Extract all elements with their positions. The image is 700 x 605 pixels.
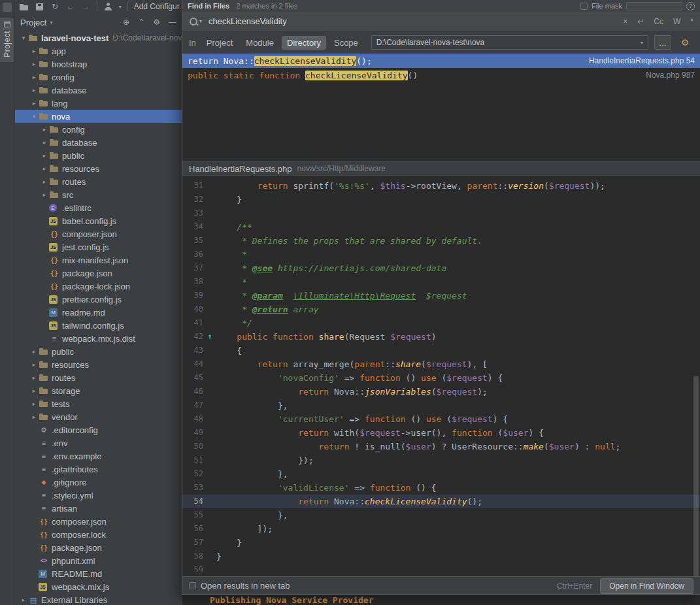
tree-item--editorconfig[interactable]: ⚙.editorconfig bbox=[15, 423, 182, 436]
tree-item-app[interactable]: ▸app bbox=[15, 44, 182, 57]
tree-item-storage[interactable]: ▸storage bbox=[15, 384, 182, 397]
scope-tab-directory[interactable]: Directory bbox=[282, 36, 326, 50]
chevron-icon[interactable]: ▸ bbox=[40, 178, 49, 185]
override-method-icon[interactable]: ↑ bbox=[203, 330, 216, 344]
file-mask-checkbox[interactable] bbox=[580, 3, 588, 10]
tree-item-package-json[interactable]: {}package.json bbox=[15, 267, 182, 280]
search-input[interactable]: checkLicenseValidity bbox=[208, 16, 623, 26]
scope-tab-module[interactable]: Module bbox=[241, 36, 279, 50]
hide-panel-icon[interactable]: — bbox=[169, 18, 176, 27]
back-icon[interactable]: ← bbox=[65, 1, 75, 12]
code-line[interactable]: 52 }, bbox=[182, 467, 700, 481]
tree-item-mix-manifest-json[interactable]: {}mix-manifest.json bbox=[15, 253, 182, 267]
chevron-icon[interactable]: ▸ bbox=[40, 139, 49, 146]
code-line[interactable]: 35 * Defines the props that are shared b… bbox=[182, 234, 700, 248]
window-menu-icon[interactable] bbox=[3, 3, 12, 12]
chevron-icon[interactable]: ▸ bbox=[29, 61, 39, 67]
code-line[interactable]: 58} bbox=[182, 549, 700, 563]
user-profile-icon[interactable] bbox=[103, 1, 113, 12]
tree-item-readme-md[interactable]: Mreadme.md bbox=[15, 306, 182, 319]
code-line[interactable]: 49 return with($request->user(), functio… bbox=[182, 426, 700, 440]
tree-item--env[interactable]: ≡.env bbox=[15, 436, 182, 450]
tree-item-src[interactable]: ▸src bbox=[15, 188, 182, 201]
tree-item--gitattributes[interactable]: ≡.gitattributes bbox=[15, 463, 182, 476]
tree-item-external-libraries[interactable]: ▸▤External Libraries bbox=[15, 593, 182, 605]
chevron-icon[interactable]: ▸ bbox=[29, 348, 39, 355]
project-tool-window-tab[interactable]: Project bbox=[0, 18, 14, 62]
tree-item-database[interactable]: ▸database bbox=[15, 84, 182, 97]
tree-item--eslintrc[interactable]: E.eslintrc bbox=[15, 201, 182, 214]
tree-item-babel-config-js[interactable]: JSbabel.config.js bbox=[15, 214, 182, 227]
code-line[interactable]: 31 return sprintf('%s:%s', $this->rootVi… bbox=[182, 179, 700, 193]
tree-item-composer-lock[interactable]: {}composer.lock bbox=[15, 528, 182, 541]
editor-code[interactable]: 31 return sprintf('%s:%s', $this->rootVi… bbox=[182, 176, 700, 576]
chevron-icon[interactable]: ▸ bbox=[40, 191, 49, 198]
code-line[interactable]: 33 bbox=[182, 206, 700, 220]
chevron-icon[interactable]: ▸ bbox=[29, 387, 39, 394]
chevron-icon[interactable]: ▸ bbox=[29, 401, 39, 407]
code-line[interactable]: 37 * @see https://inertiajs.com/shared-d… bbox=[182, 261, 700, 275]
tree-item-public[interactable]: ▸public bbox=[15, 149, 182, 162]
code-line[interactable]: 43 { bbox=[182, 344, 700, 357]
tree-item-resources[interactable]: ▸resources bbox=[15, 358, 182, 371]
tree-item-package-lock-json[interactable]: {}package-lock.json bbox=[15, 280, 182, 293]
code-line[interactable]: 46 return Nova::jsonVariables($request); bbox=[182, 385, 700, 399]
file-mask-combo[interactable] bbox=[626, 2, 682, 10]
regex-toggle[interactable]: * bbox=[690, 17, 693, 26]
chevron-icon[interactable]: ▸ bbox=[40, 126, 49, 133]
search-history-caret-icon[interactable]: ▾ bbox=[199, 18, 202, 24]
code-line[interactable]: 47 }, bbox=[182, 399, 700, 412]
chevron-icon[interactable]: ▸ bbox=[29, 374, 39, 381]
code-line[interactable]: 54 return Nova::checkLicenseValidity(); bbox=[182, 495, 700, 508]
open-folder-icon[interactable] bbox=[19, 1, 29, 12]
tree-item-phpunit-xml[interactable]: <>phpunit.xml bbox=[15, 554, 182, 567]
whole-words-toggle[interactable]: W bbox=[673, 17, 680, 26]
locate-file-icon[interactable]: ⊕ bbox=[123, 18, 129, 27]
forward-icon[interactable]: → bbox=[81, 1, 91, 12]
tree-item-webpack-mix-js[interactable]: JSwebpack.mix.js bbox=[15, 580, 182, 593]
scope-tab-scope[interactable]: Scope bbox=[329, 36, 363, 50]
code-line[interactable]: 50 return ! is_null($user) ? UserResourc… bbox=[182, 440, 700, 453]
code-line[interactable]: 45 'novaConfig' => function () use ($req… bbox=[182, 371, 700, 385]
tree-item-routes[interactable]: ▸routes bbox=[15, 371, 182, 384]
chevron-icon[interactable]: ▸ bbox=[29, 361, 39, 368]
clear-search-icon[interactable]: × bbox=[623, 17, 627, 26]
tree-item-package-json[interactable]: {}package.json bbox=[15, 541, 182, 554]
tree-item-jest-config-js[interactable]: JSjest.config.js bbox=[15, 240, 182, 253]
chevron-icon[interactable]: ▸ bbox=[29, 48, 39, 54]
tree-item-nova[interactable]: ▾nova bbox=[15, 110, 182, 123]
chevron-icon[interactable]: ▾ bbox=[29, 113, 39, 120]
tree-item-public[interactable]: ▸public bbox=[15, 345, 182, 358]
tree-item-webpack-mix-js-dist[interactable]: ≡webpack.mix.js.dist bbox=[15, 332, 182, 345]
tree-item-laravel-nova-test[interactable]: ▾laravel-nova-testD:\Code\laravel-nova bbox=[15, 31, 182, 44]
code-line[interactable]: 36 * bbox=[182, 248, 700, 261]
help-icon[interactable]: ? bbox=[686, 2, 695, 10]
save-all-icon[interactable] bbox=[35, 1, 44, 12]
chevron-icon[interactable]: ▸ bbox=[40, 152, 49, 159]
tree-item-database[interactable]: ▸database bbox=[15, 136, 182, 149]
collapse-all-icon[interactable]: ⌃ bbox=[138, 18, 144, 27]
browse-directory-button[interactable]: ... bbox=[654, 35, 671, 50]
chevron-icon[interactable]: ▸ bbox=[40, 165, 49, 172]
tree-item-artisan[interactable]: ≡artisan bbox=[15, 502, 182, 515]
directory-settings-icon[interactable]: ⚙ bbox=[676, 35, 693, 50]
chevron-icon[interactable]: ▸ bbox=[29, 74, 39, 80]
tree-item-composer-json[interactable]: {}composer.json bbox=[15, 227, 182, 240]
code-line[interactable]: 59 bbox=[182, 563, 700, 576]
code-line[interactable]: 55 }, bbox=[182, 508, 700, 522]
tree-item-config[interactable]: ▸config bbox=[15, 123, 182, 136]
chevron-icon[interactable]: ▾ bbox=[19, 35, 28, 41]
tree-item-routes[interactable]: ▸routes bbox=[15, 175, 182, 188]
settings-gear-icon[interactable]: ⚙ bbox=[153, 18, 160, 27]
chevron-icon[interactable]: ▸ bbox=[29, 100, 39, 106]
code-line[interactable]: 32 } bbox=[182, 193, 700, 206]
tree-item-resources[interactable]: ▸resources bbox=[15, 162, 182, 175]
code-line[interactable]: 40 * @return array bbox=[182, 302, 700, 316]
code-line[interactable]: 42↑ public function share(Request $reque… bbox=[182, 330, 700, 344]
code-line[interactable]: 57 } bbox=[182, 536, 700, 549]
tree-item--styleci-yml[interactable]: ≡.styleci.yml bbox=[15, 489, 182, 502]
tree-item-tests[interactable]: ▸tests bbox=[15, 397, 182, 410]
tree-item--env-example[interactable]: ≡.env.example bbox=[15, 450, 182, 463]
tree-item-composer-json[interactable]: {}composer.json bbox=[15, 515, 182, 528]
open-in-find-window-button[interactable]: Open in Find Window bbox=[600, 578, 693, 594]
